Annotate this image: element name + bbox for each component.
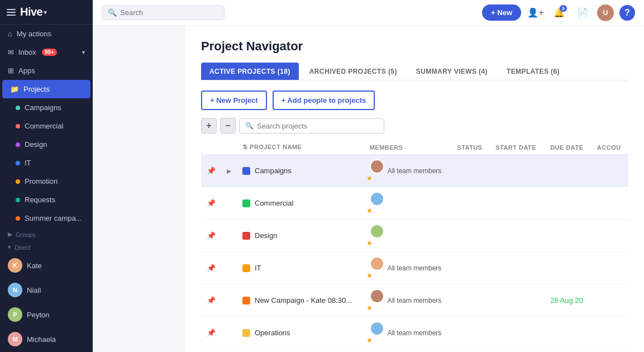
topbar-search-box[interactable]: 🔍 bbox=[102, 5, 225, 20]
sidebar-logo-caret[interactable]: ▾ bbox=[44, 8, 47, 16]
project-search-input[interactable] bbox=[257, 122, 378, 130]
project-color-square bbox=[242, 232, 250, 240]
account-cell bbox=[591, 284, 628, 317]
chevron-down-icon: ▾ bbox=[8, 244, 11, 251]
members-td: ★ bbox=[364, 187, 452, 220]
table-row[interactable]: 📌 Commercial ★ bbox=[201, 187, 628, 220]
pin-cell[interactable]: 📌 bbox=[201, 317, 221, 349]
members-cell: ★ All team members bbox=[370, 321, 446, 344]
document-button[interactable]: 📄 bbox=[574, 4, 591, 22]
groups-label: Groups bbox=[16, 231, 36, 238]
sidebar-dm-peyton[interactable]: P Peyton bbox=[0, 302, 93, 327]
due-date-cell bbox=[545, 252, 591, 284]
expand-all-button[interactable]: + bbox=[201, 118, 217, 134]
sidebar-dm-label: Peyton bbox=[27, 311, 49, 319]
col-project-name[interactable]: ⇅ PROJECT NAME bbox=[237, 140, 364, 155]
pin-cell[interactable]: 📌 bbox=[201, 349, 221, 353]
expand-cell[interactable] bbox=[221, 187, 237, 220]
sidebar-item-projects[interactable]: 📁 Projects bbox=[2, 80, 90, 98]
notifications-button[interactable]: 🔔 5 bbox=[550, 4, 568, 22]
pin-icon[interactable]: 📌 bbox=[207, 199, 216, 207]
sidebar-dm-michaela[interactable]: M Michaela bbox=[0, 327, 93, 351]
sidebar-item-apps[interactable]: ⊞ Apps bbox=[0, 61, 93, 80]
table-row[interactable]: 📌 IT ★ All team members bbox=[201, 252, 628, 284]
hamburger-icon[interactable] bbox=[7, 9, 16, 16]
sidebar-item-my-actions[interactable]: ⌂ My actions bbox=[0, 25, 93, 43]
pin-icon[interactable]: 📌 bbox=[207, 329, 216, 337]
topbar-search-input[interactable] bbox=[120, 8, 218, 17]
pin-cell[interactable]: 📌 bbox=[201, 187, 221, 220]
sidebar-item-inbox[interactable]: ✉ Inbox 99+ ▾ bbox=[0, 43, 93, 61]
project-search-box[interactable]: 🔍 bbox=[239, 118, 384, 134]
sidebar: Hive ▾ ⌂ My actions ✉ Inbox 99+ ▾ ⊞ Apps… bbox=[0, 0, 93, 352]
new-button[interactable]: + New bbox=[482, 4, 521, 21]
project-name-cell[interactable]: Promotion bbox=[237, 349, 364, 353]
sidebar-item-summer[interactable]: Summer campa... bbox=[0, 209, 93, 227]
help-icon: ? bbox=[624, 8, 630, 18]
avatar-niall: N bbox=[8, 283, 22, 297]
expand-cell[interactable] bbox=[221, 284, 237, 317]
pin-icon[interactable]: 📌 bbox=[207, 167, 216, 175]
pin-cell[interactable]: 📌 bbox=[201, 252, 221, 284]
folder-icon: 📁 bbox=[10, 85, 19, 93]
table-row[interactable]: 📌 Operations ★ All team members bbox=[201, 317, 628, 349]
expand-cell[interactable]: ▶ bbox=[221, 155, 237, 187]
add-user-button[interactable]: 👤+ bbox=[527, 4, 545, 22]
tab-templates[interactable]: TEMPLATES (6) bbox=[498, 63, 568, 80]
collapse-all-button[interactable]: − bbox=[220, 118, 236, 134]
project-name-cell[interactable]: Commercial bbox=[237, 187, 364, 220]
expand-cell[interactable] bbox=[221, 349, 237, 353]
sidebar-item-promotion[interactable]: Promotion bbox=[0, 172, 93, 191]
sidebar-dm-kate[interactable]: K Kate bbox=[0, 253, 93, 278]
pin-cell[interactable]: 📌 bbox=[201, 220, 221, 252]
add-user-icon: 👤+ bbox=[527, 7, 543, 18]
new-project-button[interactable]: + New Project bbox=[201, 91, 267, 110]
all-team-label: All team members bbox=[388, 264, 442, 272]
status-cell bbox=[451, 252, 490, 284]
project-name-cell[interactable]: Operations bbox=[237, 317, 364, 349]
pin-icon[interactable]: 📌 bbox=[207, 231, 216, 240]
star-icon: ★ bbox=[366, 174, 373, 182]
members-td: ★ All team members bbox=[364, 155, 452, 187]
pin-cell[interactable]: 📌 bbox=[201, 284, 221, 317]
expand-cell[interactable] bbox=[221, 220, 237, 252]
project-name-cell[interactable]: Design bbox=[237, 220, 364, 252]
members-cell: ★ All team members bbox=[370, 256, 446, 279]
main-content: Project Navigator ACTIVE PROJECTS (18) A… bbox=[185, 26, 644, 352]
project-name-cell[interactable]: IT bbox=[237, 252, 364, 284]
add-people-button[interactable]: + Add people to projects bbox=[273, 91, 375, 110]
table-row[interactable]: 📌 Design ★ bbox=[201, 220, 628, 252]
pin-icon[interactable]: 📌 bbox=[207, 264, 216, 272]
sidebar-item-it[interactable]: IT bbox=[0, 154, 93, 172]
pin-cell[interactable]: 📌 bbox=[201, 155, 221, 187]
sidebar-item-design[interactable]: Design bbox=[0, 135, 93, 154]
sidebar-groups-section[interactable]: ▶ Groups bbox=[0, 227, 93, 240]
tab-archived-projects[interactable]: ARCHIVED PROJECTS (5) bbox=[301, 63, 406, 80]
sidebar-item-label: Requests bbox=[25, 196, 55, 204]
project-name-cell[interactable]: Campaigns bbox=[237, 155, 364, 187]
table-row[interactable]: 📌 New Campaign - Kate 08:30... ★ All tea… bbox=[201, 284, 628, 317]
sidebar-dm-niall[interactable]: N Niall bbox=[0, 278, 93, 302]
pin-icon[interactable]: 📌 bbox=[207, 296, 216, 305]
tab-active-projects[interactable]: ACTIVE PROJECTS (18) bbox=[201, 63, 299, 80]
table-row[interactable]: 📌 ▶ Campaigns ★ All team members bbox=[201, 155, 628, 187]
col-members: MEMBERS bbox=[364, 140, 452, 155]
avatar-peyton: P bbox=[8, 307, 22, 322]
expand-cell[interactable] bbox=[221, 317, 237, 349]
sidebar-header: Hive ▾ bbox=[0, 0, 93, 25]
status-cell bbox=[451, 317, 490, 349]
project-name: Commercial bbox=[255, 199, 293, 207]
project-name-cell[interactable]: New Campaign - Kate 08:30... bbox=[237, 284, 364, 317]
sidebar-item-requests[interactable]: Requests bbox=[0, 191, 93, 209]
expand-cell[interactable] bbox=[221, 252, 237, 284]
sidebar-direct-section[interactable]: ▾ Direct bbox=[0, 240, 93, 253]
member-avatar bbox=[370, 192, 384, 206]
table-row[interactable]: 📌 Promotion ★ bbox=[201, 349, 628, 353]
tab-summary-views[interactable]: SUMMARY VIEWS (4) bbox=[408, 63, 496, 80]
sidebar-item-commercial[interactable]: Commercial bbox=[0, 117, 93, 135]
chevron-down-icon[interactable]: ▾ bbox=[82, 49, 85, 55]
help-button[interactable]: ? bbox=[619, 5, 635, 21]
user-avatar[interactable]: U bbox=[597, 4, 614, 21]
sidebar-item-label: Inbox bbox=[18, 48, 36, 56]
sidebar-item-campaigns[interactable]: Campaigns bbox=[0, 98, 93, 117]
